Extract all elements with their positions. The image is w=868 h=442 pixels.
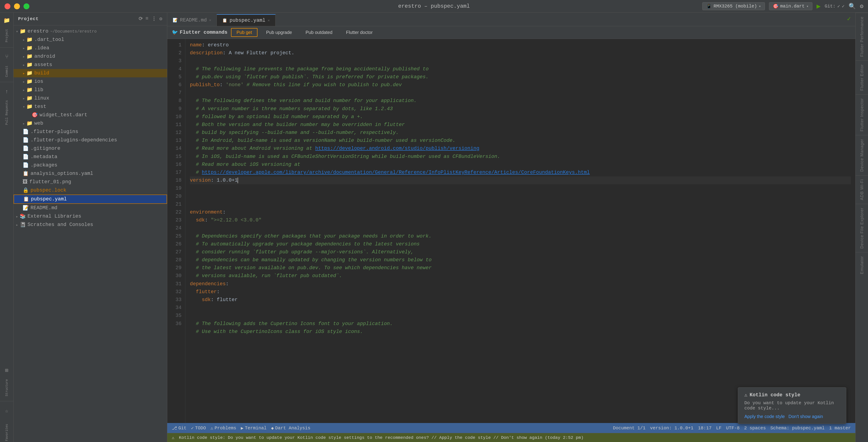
encoding[interactable]: UTF-8: [726, 425, 740, 431]
apply-code-style-button[interactable]: Apply the code style: [744, 414, 785, 419]
device-file-explorer-panel[interactable]: Device File Explorer: [856, 204, 868, 252]
chevron-right-icon: ▸: [23, 96, 25, 101]
tree-item-external-libs[interactable]: ▸ 📚 External Libraries: [13, 212, 167, 220]
tree-label: pubspec.yaml: [31, 196, 67, 202]
tree-item-gitignore[interactable]: 📄 .gitignore: [13, 144, 167, 153]
tree-item-pubspec-lock[interactable]: 🔒 pubspec.lock: [13, 186, 167, 195]
code-editor[interactable]: 12345 678910 1112131415 1617181920 21222…: [167, 39, 855, 423]
window-title: erestro – pubspec.yaml: [398, 3, 470, 9]
tree-label: flutter_01.png: [29, 179, 71, 185]
line-ending[interactable]: LF: [716, 425, 721, 431]
activity-item-project[interactable]: 📁: [1, 15, 12, 26]
terminal-label: Terminal: [245, 425, 267, 431]
tree-item-analysis[interactable]: 📋 analysis_options.yaml: [13, 170, 167, 178]
activity-label-commit: Commit: [5, 66, 8, 77]
device-manager-panel[interactable]: Device Manager: [856, 135, 868, 175]
tree-item-lib[interactable]: ▸ 📁 lib: [13, 86, 167, 94]
tree-label: build: [34, 70, 49, 76]
close-button[interactable]: [4, 3, 10, 9]
tree-item-pubspec-yaml[interactable]: 📋 pubspec.yaml: [13, 195, 167, 204]
indent[interactable]: 2 spaces: [744, 425, 766, 431]
tree-item-readme[interactable]: 📝 README.md: [13, 204, 167, 212]
sidebar-title: Project: [18, 16, 39, 22]
file-icon: 📄: [23, 137, 29, 143]
tree-item-metadata[interactable]: 📄 .metadata: [13, 153, 167, 161]
favorites-icon: ☆: [5, 408, 8, 414]
structure-icon: ⊞: [5, 367, 8, 374]
tree-item-dart-tool[interactable]: ▸ 📁 .dart_tool: [13, 35, 167, 44]
tree-item-flutter-png[interactable]: 🖼 flutter_01.png: [13, 178, 167, 186]
main-layout: 📁 Project ⑂ Commit ↑ Pull Requests ⊞ Str…: [0, 13, 868, 442]
yaml-icon: 📋: [23, 171, 29, 177]
chevron-right-icon: ▸: [16, 214, 18, 219]
problems-status[interactable]: ⚠ Problems: [211, 425, 236, 431]
tree-label: .flutter-plugins-dependencies: [31, 137, 117, 143]
tree-item-scratches[interactable]: ▸ 📓 Scratches and Consoles: [13, 220, 167, 229]
flutter-editor-panel[interactable]: Flutter Editor: [856, 60, 868, 94]
tab-label: pubspec.yaml: [229, 18, 265, 23]
run-button[interactable]: ▶: [816, 2, 820, 10]
maximize-button[interactable]: [24, 3, 29, 9]
flutter-inspector-panel[interactable]: Flutter Inspector: [856, 94, 868, 135]
activity-item-favorites[interactable]: ☆: [1, 405, 12, 416]
device-selector[interactable]: 📱 RMX3265 (mobile) ▾: [702, 2, 765, 10]
minimize-button[interactable]: [14, 3, 20, 9]
tree-item-widget-test[interactable]: 🎯 widget_test.dart: [13, 111, 167, 119]
tree-item-build[interactable]: ▸ 📁 build: [13, 69, 167, 77]
settings-icon[interactable]: ⚙: [860, 3, 864, 10]
title-bar: erestro – pubspec.yaml 📱 RMX3265 (mobile…: [0, 0, 868, 13]
tree-item-idea[interactable]: ▸ 📁 .idea: [13, 44, 167, 52]
tree-label: .flutter-plugins: [31, 129, 78, 135]
menu-icon[interactable]: ⋮: [151, 16, 157, 22]
tree-item-root[interactable]: ▾ 📁 erestro ~/Documents/erestro: [13, 27, 167, 35]
git-icon: ⎇: [172, 425, 177, 431]
pullreq-icon: ↑: [5, 89, 8, 95]
flutter-performance-panel[interactable]: Flutter Performance: [856, 13, 868, 60]
code-content[interactable]: name: erestro description: A new Flutter…: [185, 39, 855, 423]
tab-pubspec[interactable]: 📋 pubspec.yaml ✕: [217, 14, 275, 26]
tree-item-assets[interactable]: ▸ 📁 assets: [13, 61, 167, 69]
close-icon[interactable]: ✕: [268, 18, 270, 23]
collapse-icon[interactable]: ≡: [146, 16, 149, 22]
tree-item-flutter-plugins[interactable]: 📄 .flutter-plugins: [13, 127, 167, 136]
schema[interactable]: Schema: pubspec.yaml: [770, 425, 825, 431]
branch-selector[interactable]: 🎯 main.dart ▾: [769, 2, 813, 10]
file-icon: 📄: [23, 145, 29, 152]
emulator-panel[interactable]: Emulator: [856, 252, 868, 278]
file-icon: 🖼: [23, 179, 28, 185]
sync-icon[interactable]: ⟳: [138, 16, 143, 22]
settings-icon[interactable]: ⚙: [159, 16, 162, 22]
file-icon: 📄: [23, 154, 29, 160]
activity-item-structure[interactable]: ⊞: [1, 365, 12, 376]
terminal-status[interactable]: ▶ Terminal: [241, 425, 267, 431]
activity-item-pull-requests[interactable]: ↑: [1, 86, 12, 97]
tab-readme[interactable]: 📝 README.md ✕: [167, 14, 217, 26]
dont-show-again-button[interactable]: Don't show again: [788, 414, 823, 419]
tree-item-packages[interactable]: 📄 .packages: [13, 161, 167, 170]
flutter-doctor-button[interactable]: Flutter doctor: [341, 29, 378, 36]
pub-outdated-button[interactable]: Pub outdated: [301, 29, 338, 36]
close-icon[interactable]: ✕: [209, 18, 211, 22]
git-branch: 1 master: [829, 425, 851, 431]
pub-get-button[interactable]: Pub get: [231, 28, 257, 37]
tree-item-flutter-plugins-deps[interactable]: 📄 .flutter-plugins-dependencies: [13, 136, 167, 144]
tree-item-linux[interactable]: ▸ 📁 linux: [13, 94, 167, 102]
dart-analysis-status[interactable]: ◆ Dart Analysis: [271, 425, 310, 431]
todo-status[interactable]: ✓ TODO: [191, 425, 206, 431]
window-controls: [4, 3, 29, 9]
project-tree: ▾ 📁 erestro ~/Documents/erestro ▸ 📁 .dar…: [13, 25, 167, 442]
folder-icon: 📁: [26, 104, 33, 110]
status-bar: ⎇ Git ✓ TODO ⚠ Problems ▶ Terminal ◆ D: [167, 423, 855, 433]
search-icon[interactable]: 🔍: [848, 3, 856, 10]
chevron-down-icon: ▾: [23, 104, 25, 109]
git-check-icon: ✓: [837, 3, 840, 9]
tree-label: android: [34, 54, 55, 59]
adb-wifi-panel[interactable]: ADB Wi-Fi: [856, 175, 868, 204]
tree-item-web[interactable]: ▸ 📁 web: [13, 119, 167, 127]
tree-item-android[interactable]: ▸ 📁 android: [13, 52, 167, 61]
git-status[interactable]: ⎇ Git: [172, 425, 186, 431]
tree-item-test[interactable]: ▾ 📁 test: [13, 102, 167, 111]
tree-item-ios[interactable]: ▸ 📁 ios: [13, 77, 167, 86]
pub-upgrade-button[interactable]: Pub upgrade: [261, 29, 297, 36]
activity-item-commit[interactable]: ⑂: [1, 52, 12, 62]
